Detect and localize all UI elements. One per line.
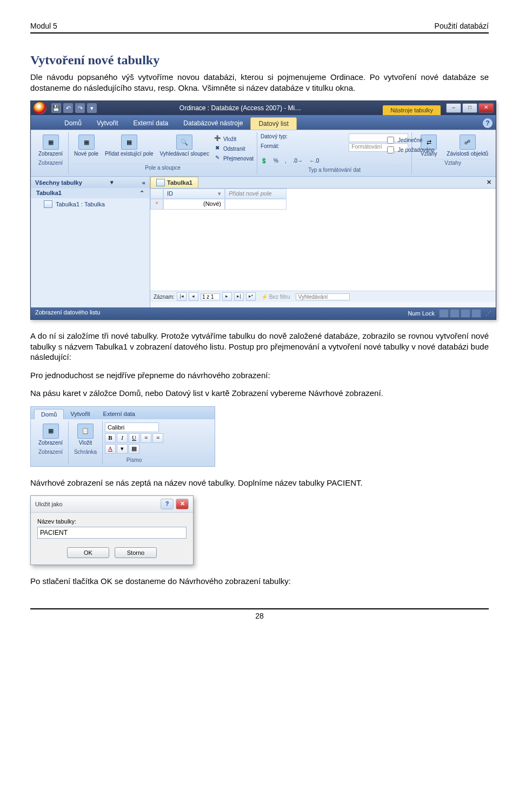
help-icon[interactable]: ? [483,118,493,128]
close-button[interactable]: ✕ [176,499,189,509]
close-document-button[interactable]: ✕ [482,179,496,186]
view-chart-icon[interactable] [461,309,470,318]
tab-create[interactable]: Vytvořit [64,409,96,419]
btn-label: Vyhledávací sloupec [160,151,209,157]
status-numlock: Num Lock [408,310,435,317]
underline-button[interactable]: U [129,433,139,443]
new-field-button[interactable]: ▦ Nové pole [72,133,101,158]
document-tabs: Tabulka1 ✕ [150,177,496,189]
currency-icon[interactable]: 💲 [261,158,267,164]
qat-more-icon[interactable]: ▾ [87,103,97,113]
group-view: ▦ Zobrazení Zobrazení [33,421,69,464]
last-record-button[interactable]: ▸| [234,292,244,301]
cell-id[interactable]: (Nové) [163,199,225,210]
page-number: 28 [255,612,264,620]
comma-icon[interactable]: , [285,158,287,164]
align-left-button[interactable]: ≡ [141,433,151,443]
prev-record-button[interactable]: ◂ [189,292,198,301]
view-button[interactable]: ▦ Zobrazení [36,133,65,158]
office-button[interactable] [33,102,47,115]
cell-empty[interactable] [225,199,287,210]
required-checkbox[interactable]: Je požadováno [385,145,435,154]
status-left: Zobrazení datového listu [35,309,100,318]
rename-button[interactable]: ✎Přejmenovat [214,154,254,163]
nav-group-title: Tabulka1 [36,190,62,197]
ribbon-tabs: Domů Vytvořit Externí data Databázové ná… [31,115,496,130]
record-position-input[interactable] [201,293,220,300]
next-record-button[interactable]: ▸ [222,292,232,301]
qat-save-icon[interactable]: 💾 [51,103,61,113]
italic-button[interactable]: I [117,433,128,443]
btn-label: Závislosti objektů [447,151,488,157]
document-tab[interactable]: Tabulka1 [150,177,198,188]
close-button[interactable]: ✕ [478,103,494,113]
dropdown-icon[interactable]: ▾ [218,190,221,197]
label: Odstranit [223,146,245,152]
view-datasheet-icon[interactable] [439,309,449,318]
qat-redo-icon[interactable]: ↷ [75,103,85,113]
delete-button[interactable]: ✖Odstranit [214,144,254,153]
tab-external-data[interactable]: Externí data [126,117,176,130]
minimize-button[interactable]: – [446,103,461,113]
group-label: Písmo [105,456,163,463]
font-color-button[interactable]: A [105,444,116,454]
maximize-button[interactable]: □ [462,103,477,113]
dependencies-button[interactable]: ☍ Závislosti objektů [444,133,490,158]
first-record-button[interactable]: |◂ [177,292,187,301]
btn-label: Nové pole [74,151,98,157]
tab-external-data[interactable]: Externí data [97,409,142,419]
bold-button[interactable]: B [105,433,116,443]
cancel-button[interactable]: Storno [115,547,157,558]
dialog-title: Uložit jako [35,501,158,507]
table-name-label: Název tabulky: [37,518,187,525]
insert-button[interactable]: ➕Vložit [214,135,254,143]
add-existing-field-button[interactable]: ▦ Přidat existující pole [103,133,156,158]
btn-label: Vložit [79,440,92,446]
search-input[interactable] [296,293,350,300]
font-name-combo[interactable]: Calibri [105,422,159,432]
ok-button[interactable]: OK [67,547,109,558]
fill-color-button[interactable]: ▾ [117,444,128,454]
tab-db-tools[interactable]: Databázové nástroje [176,117,250,130]
dialog-buttons: OK Storno [31,544,193,565]
nav-group-header[interactable]: Tabulka1 ⌃ [31,188,150,198]
dec-decimal-icon[interactable]: ←.0 [309,158,319,164]
help-button[interactable]: ? [161,499,174,509]
unique-checkbox[interactable]: Jedinečné [385,136,435,144]
nav-pane-header[interactable]: Všechny tabulky ▾ « [31,177,150,188]
resize-grip-icon[interactable]: ⋰ [485,310,491,317]
percent-icon[interactable]: % [274,158,278,164]
rename-icon: ✎ [214,155,221,162]
gridlines-button[interactable]: ▦ [129,444,139,454]
qat-undo-icon[interactable]: ↶ [63,103,73,113]
window-titlebar: 💾 ↶ ↷ ▾ Ordinace : Databáze (Access 2007… [31,101,496,115]
tab-datasheet[interactable]: Datový list [250,117,296,130]
view-button-label: Zobrazení [38,151,63,157]
tab-home[interactable]: Domů [34,409,64,419]
view-pivot-icon[interactable] [450,309,460,318]
tab-home[interactable]: Domů [57,117,89,130]
nav-item-table[interactable]: Tabulka1 : Tabulka [31,198,150,210]
view-button[interactable]: ▦ Zobrazení [36,422,65,447]
btn-label: Zobrazení [38,440,63,446]
group-label: Pole a sloupce [72,164,254,171]
row-selector-header[interactable] [150,189,163,199]
collapse-icon[interactable]: « [142,179,145,186]
paste-button[interactable]: 📋 Vložit [72,422,99,447]
row-selector[interactable]: * [150,199,163,210]
column-header-id[interactable]: ID ▾ [163,189,225,199]
lookup-column-icon: 🔍 [176,135,192,150]
align-center-button[interactable]: ≡ [152,433,163,443]
lookup-column-button[interactable]: 🔍 Vyhledávací sloupec [158,133,211,158]
dialog-titlebar: Uložit jako ? ✕ [31,496,193,513]
column-header-add[interactable]: Přidat nové pole [225,189,287,199]
table-name-input[interactable] [37,527,187,539]
view-design-icon[interactable] [471,309,481,318]
tab-create[interactable]: Vytvořit [89,117,126,130]
inc-decimal-icon[interactable]: .0→ [293,158,303,164]
datasheet-empty-area[interactable] [150,210,496,291]
paragraph: Na pásu karet v záložce Domů, nebo Datov… [30,388,489,399]
document-area: Tabulka1 ✕ ID ▾ Přidat nové pole * (Nové… [150,177,496,307]
new-record-button[interactable]: ▸* [246,292,256,301]
label: Je požadováno [398,147,435,153]
